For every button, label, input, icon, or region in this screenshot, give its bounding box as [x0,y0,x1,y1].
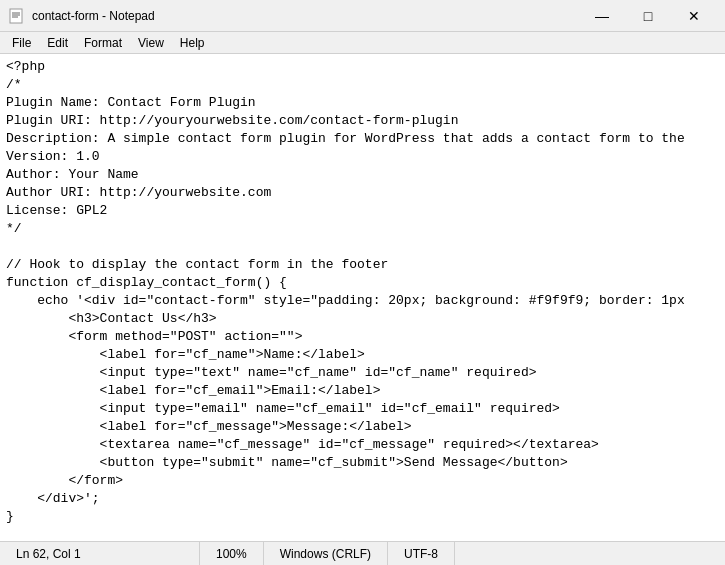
maximize-button[interactable]: □ [625,0,671,32]
cursor-position: Ln 62, Col 1 [16,547,81,561]
menu-file[interactable]: File [4,34,39,52]
editor-content[interactable]: <?php /* Plugin Name: Contact Form Plugi… [0,54,725,541]
status-position: Ln 62, Col 1 [0,542,200,565]
menu-bar: File Edit Format View Help [0,32,725,54]
title-bar: contact-form - Notepad — □ ✕ [0,0,725,32]
minimize-button[interactable]: — [579,0,625,32]
window-title: contact-form - Notepad [32,9,579,23]
line-ending: Windows (CRLF) [280,547,371,561]
status-zoom: 100% [200,542,264,565]
menu-view[interactable]: View [130,34,172,52]
app-icon [8,8,24,24]
menu-edit[interactable]: Edit [39,34,76,52]
menu-help[interactable]: Help [172,34,213,52]
encoding: UTF-8 [404,547,438,561]
status-bar: Ln 62, Col 1 100% Windows (CRLF) UTF-8 [0,541,725,565]
svg-rect-0 [10,9,22,23]
status-encoding: UTF-8 [388,542,455,565]
editor-container: <?php /* Plugin Name: Contact Form Plugi… [0,54,725,541]
zoom-level: 100% [216,547,247,561]
status-line-ending: Windows (CRLF) [264,542,388,565]
menu-format[interactable]: Format [76,34,130,52]
window-controls: — □ ✕ [579,0,717,32]
close-button[interactable]: ✕ [671,0,717,32]
